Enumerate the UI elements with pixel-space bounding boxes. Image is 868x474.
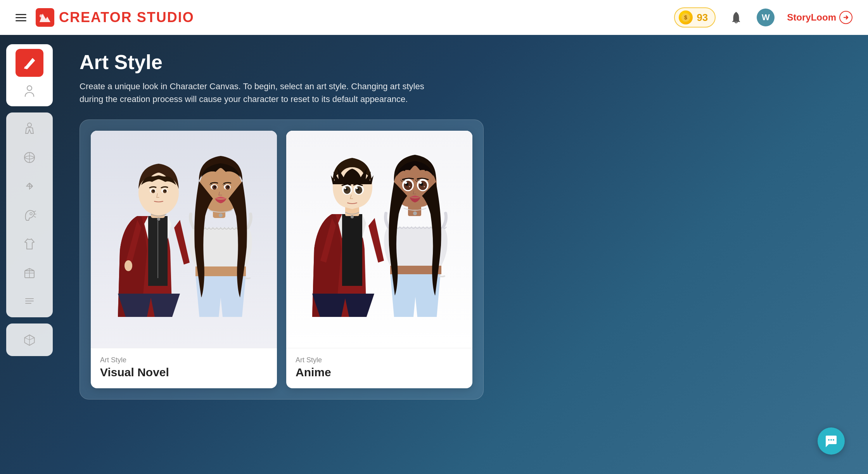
svg-point-49 [356,187,358,189]
svg-point-28 [124,260,132,271]
anime-art-style-name: Anime [296,366,463,379]
visual-novel-art-style-label: Art Style [100,356,268,364]
svg-point-64 [828,439,830,441]
anime-art-style-label: Art Style [296,356,463,364]
storyloom-button[interactable]: StoryLoom [787,11,852,24]
svg-point-65 [830,439,832,441]
svg-point-1 [40,14,43,17]
svg-point-50 [351,215,354,218]
chat-icon [824,434,838,448]
visual-novel-art-style-name: Visual Novel [100,366,268,379]
art-style-card-visual-novel[interactable]: Art Style Visual Novel [91,131,277,388]
chat-button[interactable] [818,427,845,455]
svg-point-38 [219,213,223,217]
sidebar-bottom-panel [6,323,53,356]
sidebar-body-icon[interactable] [19,118,40,140]
svg-point-25 [164,190,166,192]
svg-point-59 [405,182,407,184]
page-description: Create a unique look in Character Canvas… [80,80,429,106]
main-content: Art Style Create a unique look in Charac… [0,35,868,474]
sidebar-face-icon[interactable] [19,147,40,168]
visual-novel-illustration [91,131,277,348]
svg-point-5 [27,86,32,90]
svg-point-36 [214,186,216,188]
content-area: Art Style Create a unique look in Charac… [60,35,868,474]
header-right: $ 93 W StoryLoom [674,7,852,28]
svg-point-24 [153,190,154,192]
logo-icon [36,8,54,27]
art-style-card-anime[interactable]: Art Style Anime [286,131,472,388]
svg-point-60 [419,182,422,184]
notification-bell[interactable] [728,9,744,26]
svg-point-62 [424,186,425,187]
svg-point-66 [833,439,834,441]
svg-point-9 [30,213,32,215]
coin-display: $ 93 [674,7,716,28]
art-style-image-anime [286,131,472,348]
sidebar-outfit-icon[interactable] [19,233,40,254]
svg-point-37 [227,186,229,188]
sidebar-top-panel [6,44,53,106]
sidebar [0,35,60,474]
coin-count: 93 [697,12,708,24]
storyloom-label: StoryLoom [787,12,836,23]
logo: CREATOR STUDIO [36,8,194,27]
user-avatar[interactable]: W [757,9,775,26]
coin-icon: $ [679,10,693,24]
sidebar-middle-panel [6,112,53,317]
svg-point-63 [413,211,417,215]
svg-point-48 [344,187,346,189]
sidebar-3d-icon[interactable] [19,329,40,351]
svg-rect-0 [36,8,54,27]
menu-button[interactable] [16,14,26,21]
art-style-image-visual-novel [91,131,277,348]
svg-point-61 [409,186,410,187]
logo-text: CREATOR STUDIO [59,9,194,26]
svg-rect-40 [342,214,362,286]
anime-illustration [286,131,472,348]
brush-active-icon [22,55,37,71]
active-tool-brush[interactable] [16,49,43,77]
sidebar-pose-icon[interactable] [19,175,40,197]
art-styles-container: Art Style Visual Novel [80,119,484,400]
sidebar-accessories-icon[interactable] [19,261,40,283]
sidebar-character-icon[interactable] [19,80,40,102]
svg-point-6 [28,123,31,127]
sidebar-hair-icon[interactable] [19,204,40,226]
visual-novel-card-info: Art Style Visual Novel [91,348,277,388]
page-title: Art Style [80,50,849,74]
storyloom-arrow-icon [839,11,852,24]
svg-point-4 [24,66,27,69]
sidebar-texture-icon[interactable] [19,290,40,312]
anime-card-info: Art Style Anime [286,348,472,388]
svg-text:$: $ [685,14,688,21]
header: CREATOR STUDIO $ 93 W StoryLoom [0,0,868,35]
